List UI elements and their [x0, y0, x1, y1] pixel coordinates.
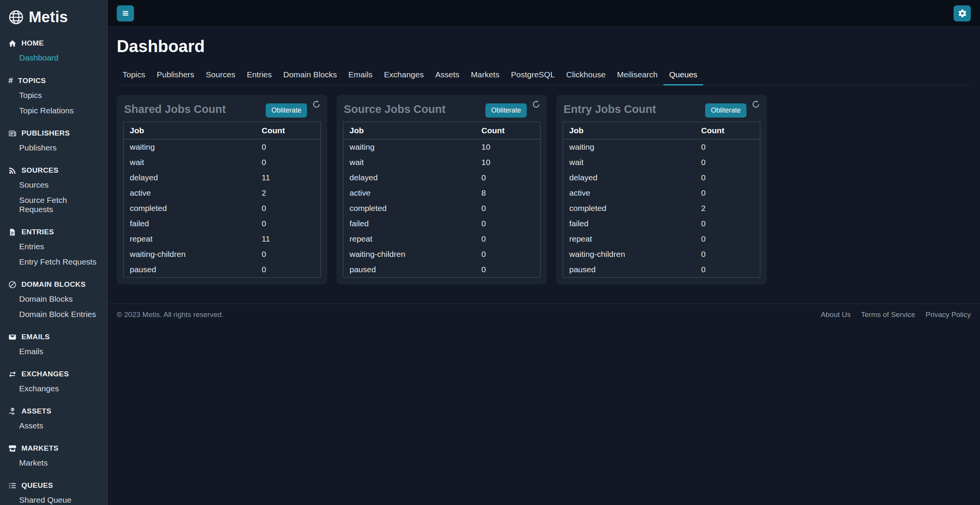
settings-button[interactable]: [954, 5, 971, 21]
tab-markets[interactable]: Markets: [465, 66, 505, 85]
job-count-cell: 2: [695, 201, 760, 216]
house-icon: [8, 39, 16, 47]
cards-row: Shared Jobs Count Obliterate Job Count w…: [117, 95, 971, 284]
table-row: failed 0: [124, 216, 321, 231]
newspaper-icon: [8, 129, 16, 137]
sidebar-section-label: EXCHANGES: [21, 370, 69, 378]
obliterate-button[interactable]: Obliterate: [266, 103, 307, 118]
job-count-cell: 0: [695, 216, 760, 231]
gear-icon: [958, 9, 967, 18]
sidebar-section-label: ENTRIES: [21, 228, 54, 236]
job-count-cell: 10: [475, 155, 541, 170]
refresh-button[interactable]: [312, 100, 321, 109]
footer-link-terms-of-service[interactable]: Terms of Service: [861, 311, 915, 319]
sidebar-section-header: QUEUES: [0, 479, 107, 492]
table-row: repeat 0: [563, 231, 760, 247]
sidebar-item-dashboard[interactable]: Dashboard: [0, 50, 107, 65]
tab-queues[interactable]: Queues: [663, 66, 703, 85]
table-row: completed 2: [563, 201, 760, 216]
job-count-cell: 0: [695, 247, 760, 262]
job-count-cell: 0: [695, 155, 760, 170]
page-content: Dashboard TopicsPublishersSourcesEntries…: [108, 27, 980, 284]
table-row: waiting-children 0: [563, 247, 760, 262]
tab-publishers[interactable]: Publishers: [151, 66, 200, 85]
tab-topics[interactable]: Topics: [117, 66, 151, 85]
table-header-row: Job Count: [343, 122, 541, 139]
tab-meilisearch[interactable]: Meilisearch: [611, 66, 663, 85]
sidebar-section-domain-blocks: DOMAIN BLOCKS Domain BlocksDomain Block …: [0, 278, 107, 322]
sidebar-item-emails[interactable]: Emails: [0, 344, 107, 359]
sidebar-item-exchanges[interactable]: Exchanges: [0, 381, 107, 396]
sidebar-nav: HOME Dashboard # TOPICS TopicsTopic Rela…: [0, 35, 107, 505]
job-count-cell: 0: [475, 201, 541, 216]
sidebar: Metis HOME Dashboard # TOPICS TopicsTopi…: [0, 0, 108, 505]
card-title: Source Jobs Count: [344, 103, 485, 116]
table-row: paused 0: [563, 262, 760, 278]
table-row: wait 0: [124, 155, 321, 170]
menu-toggle-button[interactable]: [117, 5, 134, 21]
job-name-cell: wait: [563, 155, 695, 170]
card-header: Shared Jobs Count Obliterate: [123, 99, 321, 122]
sidebar-item-publishers[interactable]: Publishers: [0, 140, 107, 155]
sidebar-section-queues: QUEUES Shared QueueSources QueueEntries …: [0, 479, 107, 505]
job-count-cell: 0: [695, 231, 760, 247]
app-logo[interactable]: Metis: [0, 0, 107, 35]
sidebar-item-entries[interactable]: Entries: [0, 239, 107, 254]
column-header-job: Job: [563, 122, 695, 139]
tab-emails[interactable]: Emails: [343, 66, 378, 85]
sidebar-section-header: HOME: [0, 36, 107, 50]
sidebar-section-header: EXCHANGES: [0, 367, 107, 381]
refresh-icon: [532, 100, 541, 109]
job-name-cell: completed: [563, 201, 695, 216]
obliterate-button[interactable]: Obliterate: [485, 103, 527, 118]
job-name-cell: active: [563, 185, 695, 201]
footer-link-about-us[interactable]: About Us: [821, 311, 851, 319]
tab-entries[interactable]: Entries: [241, 66, 278, 85]
job-count-cell: 0: [256, 155, 321, 170]
tab-clickhouse[interactable]: Clickhouse: [560, 66, 611, 85]
job-name-cell: paused: [563, 262, 695, 278]
footer-link-privacy-policy[interactable]: Privacy Policy: [926, 311, 971, 319]
file-text-icon: [8, 228, 16, 236]
sidebar-item-markets[interactable]: Markets: [0, 455, 107, 471]
job-count-cell: 2: [256, 185, 321, 201]
jobs-count-table: Job Count waiting 0 wait 0 delayed 0: [563, 122, 760, 278]
sidebar-section-header: # TOPICS: [0, 74, 107, 88]
jobs-count-table: Job Count waiting 10 wait 10 delayed 0: [343, 122, 541, 278]
refresh-icon: [751, 100, 760, 109]
tab-exchanges[interactable]: Exchanges: [378, 66, 430, 85]
job-count-cell: 0: [475, 247, 541, 262]
rss-icon: [8, 167, 16, 175]
sidebar-item-sources[interactable]: Sources: [0, 177, 107, 193]
sidebar-item-domain-block-entries[interactable]: Domain Block Entries: [0, 307, 107, 322]
sidebar-item-entry-fetch-requests[interactable]: Entry Fetch Requests: [0, 254, 107, 270]
refresh-button[interactable]: [532, 100, 541, 109]
tab-sources[interactable]: Sources: [200, 66, 241, 85]
sidebar-item-shared-queue[interactable]: Shared Queue: [0, 492, 107, 505]
tab-domain-blocks[interactable]: Domain Blocks: [278, 66, 343, 85]
table-row: waiting 0: [563, 139, 760, 155]
sidebar-section-label: MARKETS: [21, 444, 59, 453]
main-column: Dashboard TopicsPublishersSourcesEntries…: [108, 0, 980, 505]
table-row: repeat 0: [343, 231, 541, 247]
job-count-cell: 0: [475, 216, 541, 231]
table-row: paused 0: [343, 262, 541, 278]
sidebar-item-domain-blocks[interactable]: Domain Blocks: [0, 291, 107, 307]
sidebar-section-sources: SOURCES SourcesSource Fetch Requests: [0, 163, 107, 217]
column-header-job: Job: [124, 122, 256, 139]
refresh-button[interactable]: [751, 100, 760, 109]
sidebar-item-topic-relations[interactable]: Topic Relations: [0, 103, 107, 118]
job-name-cell: wait: [124, 155, 256, 170]
obliterate-button[interactable]: Obliterate: [705, 103, 746, 118]
sidebar-item-topics[interactable]: Topics: [0, 88, 107, 103]
sidebar-section-publishers: PUBLISHERS Publishers: [0, 126, 107, 155]
sidebar-item-source-fetch-requests[interactable]: Source Fetch Requests: [0, 193, 107, 217]
table-row: delayed 11: [124, 170, 321, 185]
footer: © 2023 Metis. All rights reserved. About…: [108, 304, 980, 327]
table-header-row: Job Count: [124, 122, 321, 139]
job-name-cell: delayed: [343, 170, 475, 185]
sidebar-item-assets[interactable]: Assets: [0, 418, 107, 433]
tab-assets[interactable]: Assets: [430, 66, 465, 85]
tab-postgresql[interactable]: PostgreSQL: [505, 66, 560, 85]
globe-icon: [8, 10, 24, 25]
